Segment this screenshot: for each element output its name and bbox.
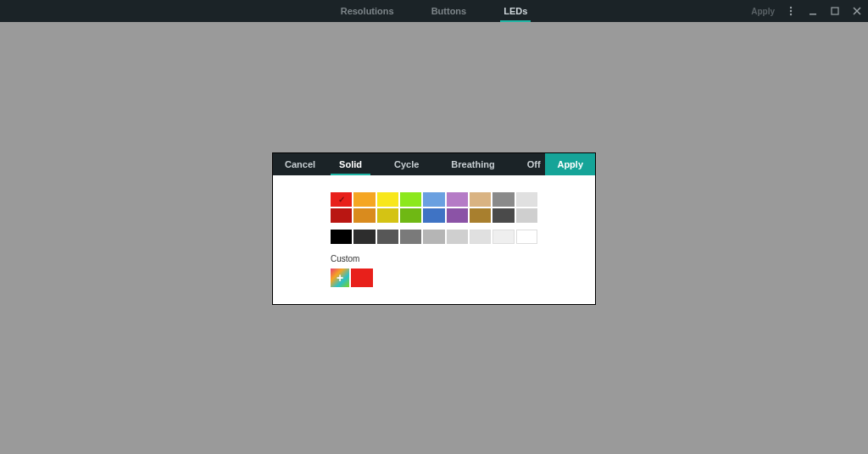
color-swatch[interactable] [353, 192, 375, 207]
color-swatch[interactable] [492, 192, 514, 207]
color-swatch[interactable] [331, 208, 352, 223]
color-swatch[interactable] [470, 208, 491, 223]
color-swatch[interactable] [331, 192, 352, 207]
color-swatch[interactable] [377, 208, 398, 223]
header-tab-leds[interactable]: LEDs [500, 1, 531, 21]
color-swatch[interactable] [331, 230, 352, 244]
color-swatch[interactable] [492, 230, 514, 244]
color-swatch[interactable] [400, 192, 421, 207]
color-swatch[interactable] [492, 208, 514, 223]
svg-point-1 [790, 10, 792, 12]
color-swatch[interactable] [353, 230, 375, 244]
color-swatch[interactable] [470, 230, 491, 244]
tab-solid[interactable]: Solid [336, 154, 365, 174]
tab-off[interactable]: Off [524, 154, 544, 174]
color-swatch[interactable] [516, 192, 537, 207]
header-controls: Apply [751, 0, 863, 22]
swatch-row [331, 192, 537, 207]
maximize-icon[interactable] [829, 5, 841, 17]
color-swatch[interactable] [377, 230, 398, 244]
color-swatch[interactable] [353, 208, 375, 223]
color-swatch[interactable] [447, 230, 468, 244]
led-color-dialog: Cancel SolidCycleBreathingOff Apply Cust… [272, 152, 596, 305]
svg-rect-4 [832, 8, 838, 14]
dialog-bar: Cancel SolidCycleBreathingOff Apply [273, 153, 595, 175]
swatch-row [331, 208, 537, 223]
minimize-icon[interactable] [807, 5, 819, 17]
custom-label: Custom [331, 254, 537, 263]
tab-cycle[interactable]: Cycle [391, 154, 422, 174]
color-swatch[interactable] [516, 208, 537, 223]
add-custom-color-button[interactable]: + [331, 269, 349, 287]
color-swatch[interactable] [516, 230, 537, 244]
header-tab-buttons[interactable]: Buttons [428, 1, 470, 21]
header-apply-button[interactable]: Apply [751, 7, 775, 16]
dialog-tabs: SolidCycleBreathingOff [336, 154, 543, 174]
swatch-row [331, 230, 537, 244]
swatch-grid [331, 192, 537, 244]
close-icon[interactable] [851, 5, 863, 17]
svg-point-0 [790, 7, 792, 8]
dialog-body: Custom + [273, 175, 595, 304]
color-swatch[interactable] [423, 192, 444, 207]
svg-point-2 [790, 14, 792, 15]
color-swatch[interactable] [447, 192, 468, 207]
color-swatch[interactable] [423, 230, 444, 244]
header-tab-resolutions[interactable]: Resolutions [337, 1, 398, 21]
color-swatch[interactable] [377, 192, 398, 207]
color-swatch[interactable] [423, 208, 444, 223]
cancel-button[interactable]: Cancel [273, 159, 327, 169]
custom-color-swatch[interactable] [351, 269, 373, 287]
color-swatch[interactable] [400, 230, 421, 244]
color-swatch[interactable] [447, 208, 468, 223]
color-swatch[interactable] [470, 192, 491, 207]
tab-breathing[interactable]: Breathing [448, 154, 498, 174]
app-header: ResolutionsButtonsLEDs Apply [0, 0, 868, 22]
kebab-menu-icon[interactable] [785, 5, 797, 17]
color-swatch[interactable] [400, 208, 421, 223]
apply-button[interactable]: Apply [545, 153, 595, 175]
svg-rect-3 [810, 14, 816, 15]
header-tabs: ResolutionsButtonsLEDs [337, 1, 531, 21]
custom-row: + [331, 269, 537, 287]
